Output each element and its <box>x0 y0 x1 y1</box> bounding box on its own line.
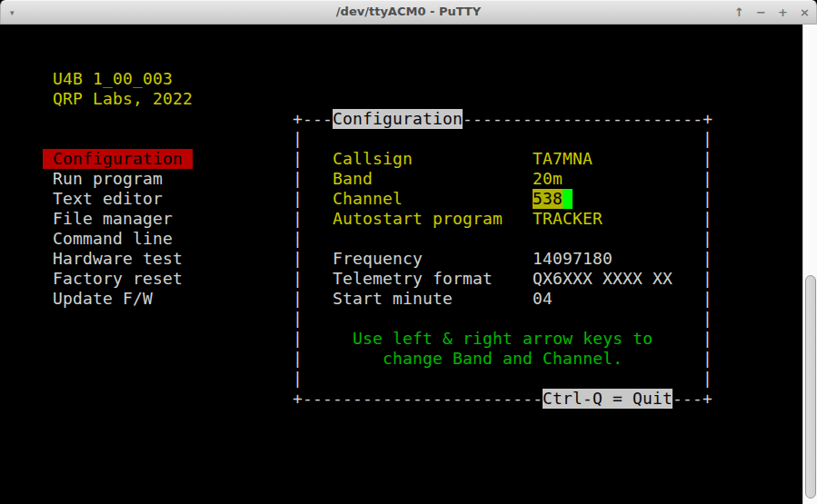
field-value-callsign[interactable]: TA7MNA <box>533 149 593 169</box>
dialog-border-side: | <box>293 189 303 209</box>
text-cursor <box>563 189 573 209</box>
dialog-border-bottom-left: +------------------------ <box>293 389 543 409</box>
dialog-border-side: | <box>702 169 712 189</box>
dialog-border-side: | <box>702 189 712 209</box>
field-value-autostart[interactable]: TRACKER <box>533 209 603 229</box>
maximize-button[interactable]: + <box>777 5 789 20</box>
field-value-frequency: 14097180 <box>533 249 613 269</box>
minimize-button[interactable]: − <box>755 5 767 20</box>
menu-item-text-editor[interactable]: Text editor <box>53 189 163 209</box>
hint-line-2: change Band and Channel. <box>383 349 623 369</box>
field-label-channel: Channel <box>333 189 403 209</box>
dialog-border-side: | <box>702 129 712 149</box>
menu-item-command-line[interactable]: Command line <box>53 229 173 249</box>
terminal-screen[interactable]: U4B 1_00_003 QRP Labs, 2022 Configuratio… <box>0 25 802 504</box>
menu-item-update-fw[interactable]: Update F/W <box>53 289 153 309</box>
firmware-vendor: QRP Labs, 2022 <box>53 89 193 109</box>
dialog-border-side: | <box>702 329 712 349</box>
dialog-border-side: | <box>702 369 712 389</box>
field-label-frequency: Frequency <box>333 249 423 269</box>
dialog-border-side: | <box>293 269 303 289</box>
dialog-border-side: | <box>702 249 712 269</box>
dialog-border-side: | <box>293 229 303 249</box>
field-value-telemetry-format: QX6XXX XXXX XX <box>533 269 673 289</box>
dialog-border-side: | <box>702 269 712 289</box>
dialog-title: Configuration <box>333 109 463 129</box>
putty-window: ▾ /dev/ttyACM0 - PuTTY ↑ − + × U4B 1_00_… <box>0 0 817 504</box>
scrollbar-thumb[interactable] <box>805 275 816 499</box>
dialog-border-side: | <box>293 309 303 329</box>
dialog-border-side: | <box>293 149 303 169</box>
window-title: /dev/ttyACM0 - PuTTY <box>1 5 816 18</box>
menu-item-run-program[interactable]: Run program <box>53 169 163 189</box>
dialog-border-side: | <box>293 129 303 149</box>
field-value-channel[interactable]: 538 <box>533 189 563 209</box>
scrollbar-track[interactable] <box>802 25 817 504</box>
field-value-band[interactable]: 20m <box>533 169 563 189</box>
field-value-start-minute: 04 <box>533 289 553 309</box>
field-label-autostart: Autostart program <box>333 209 503 229</box>
menu-item-factory-reset[interactable]: Factory reset <box>53 269 183 289</box>
dialog-border-side: | <box>702 209 712 229</box>
hint-line-1: Use left & right arrow keys to <box>353 329 653 349</box>
dialog-border-side: | <box>702 149 712 169</box>
dialog-border-side: | <box>702 349 712 369</box>
menu-item-configuration[interactable]: Configuration <box>43 149 193 169</box>
close-button[interactable]: × <box>799 5 811 20</box>
firmware-version: U4B 1_00_003 <box>53 69 173 89</box>
dialog-border-side: | <box>702 289 712 309</box>
dialog-border-side: | <box>293 169 303 189</box>
dialog-border-top-right: ------------------------+ <box>463 109 712 129</box>
dialog-border-side: | <box>293 289 303 309</box>
field-label-band: Band <box>333 169 373 189</box>
dialog-border-side: | <box>293 369 303 389</box>
field-label-start-minute: Start minute <box>333 289 453 309</box>
dialog-border-side: | <box>702 309 712 329</box>
dialog-border-top-left: +--- <box>293 109 333 129</box>
dialog-border-side: | <box>293 249 303 269</box>
dialog-border-side: | <box>293 329 303 349</box>
titlebar: ▾ /dev/ttyACM0 - PuTTY ↑ − + × <box>0 0 817 25</box>
dialog-border-side: | <box>293 209 303 229</box>
field-label-telemetry-format: Telemetry format <box>333 269 493 289</box>
menu-item-file-manager[interactable]: File manager <box>53 209 173 229</box>
window-buttons: ↑ − + × <box>733 1 811 25</box>
dialog-border-side: | <box>293 349 303 369</box>
menu-item-hardware-test[interactable]: Hardware test <box>53 249 183 269</box>
dialog-border-side: | <box>702 229 712 249</box>
shade-button[interactable]: ↑ <box>733 5 745 20</box>
dialog-border-bottom-right: ---+ <box>673 389 712 409</box>
field-label-callsign: Callsign <box>333 149 413 169</box>
quit-hint: Ctrl-Q = Quit <box>543 389 673 409</box>
